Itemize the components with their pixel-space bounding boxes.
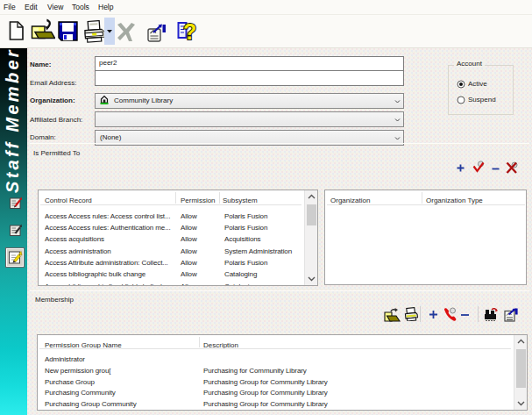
svg-text:?: ? bbox=[183, 20, 196, 42]
